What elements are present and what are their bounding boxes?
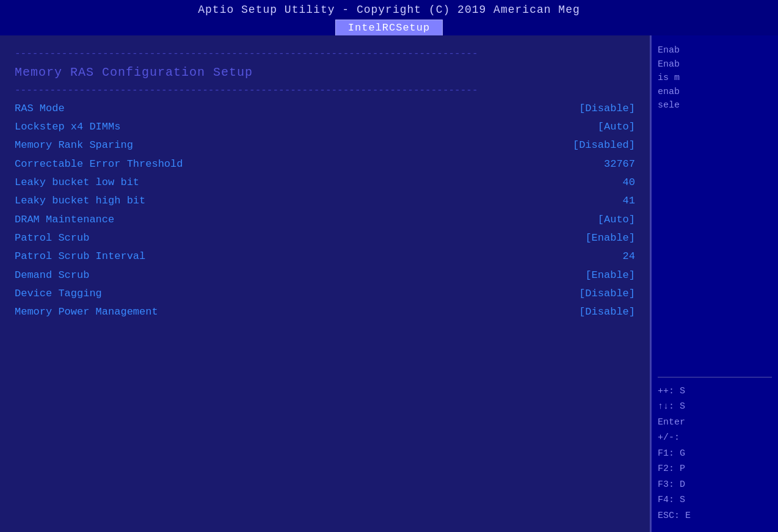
setting-value: [Auto] xyxy=(598,119,635,135)
setting-name: Demand Scrub xyxy=(15,268,247,283)
sidebar-help: EnabEnabis menabsele xyxy=(658,44,772,368)
setting-value: [Enable] xyxy=(585,230,635,246)
table-row[interactable]: Patrol Scrub Interval24 xyxy=(15,247,635,266)
sidebar-help-line: is m xyxy=(658,71,772,86)
setting-name: Patrol Scrub Interval xyxy=(15,249,247,264)
sidebar-key-line: F1: G xyxy=(658,446,772,462)
sidebar-help-line: Enab xyxy=(658,58,772,72)
setting-name: Leaky bucket low bit xyxy=(15,175,247,191)
main-layout: ----------------------------------------… xyxy=(0,35,778,532)
content-area: ----------------------------------------… xyxy=(0,35,650,532)
setting-name: Patrol Scrub xyxy=(15,230,247,246)
sidebar-divider xyxy=(658,377,772,377)
setting-value: [Disable] xyxy=(579,304,635,320)
setting-name: Lockstep x4 DIMMs xyxy=(15,119,247,135)
setting-value: [Auto] xyxy=(598,212,635,228)
table-row[interactable]: RAS Mode[Disable] xyxy=(15,100,635,118)
sidebar-key-line: ++: S xyxy=(658,384,772,399)
sidebar-key-line: Enter xyxy=(658,415,772,431)
sidebar-help-line: enab xyxy=(658,86,772,100)
table-row[interactable]: DRAM Maintenance[Auto] xyxy=(15,211,635,229)
table-row[interactable]: Memory Power Management[Disable] xyxy=(15,303,635,321)
setting-value: [Enable] xyxy=(585,268,635,283)
sidebar-keys: ++: S↑↓: SEnter+/-:F1: GF2: PF3: DF4: SE… xyxy=(658,384,772,524)
table-row[interactable]: Patrol Scrub[Enable] xyxy=(15,229,635,247)
sidebar-key-line: +/-: xyxy=(658,430,772,446)
setting-name: Correctable Error Threshold xyxy=(15,156,247,172)
sidebar: EnabEnabis menabsele ++: S↑↓: SEnter+/-:… xyxy=(650,35,778,532)
setting-name: DRAM Maintenance xyxy=(15,212,247,228)
sidebar-key-line: F4: S xyxy=(658,492,772,508)
setting-name: Memory Power Management xyxy=(15,304,247,320)
table-row[interactable]: Leaky bucket low bit40 xyxy=(15,173,635,192)
setting-value: 40 xyxy=(623,175,635,191)
header-tab: IntelRCSetup xyxy=(335,20,443,35)
table-row[interactable]: Lockstep x4 DIMMs[Auto] xyxy=(15,118,635,136)
setting-value: 32767 xyxy=(604,156,635,172)
setting-value: 41 xyxy=(623,193,635,209)
sidebar-help-line: sele xyxy=(658,99,772,113)
setting-value: [Disable] xyxy=(579,286,635,302)
setting-value: 24 xyxy=(623,249,635,264)
sidebar-key-line: ESC: E xyxy=(658,508,772,524)
setting-value: [Disable] xyxy=(579,101,635,117)
sidebar-key-line: F3: D xyxy=(658,477,772,493)
table-row[interactable]: Device Tagging[Disable] xyxy=(15,285,635,303)
table-row[interactable]: Demand Scrub[Enable] xyxy=(15,266,635,285)
divider-bottom: ----------------------------------------… xyxy=(15,83,635,98)
section-title: Memory RAS Configuration Setup xyxy=(15,63,635,82)
setting-name: RAS Mode xyxy=(15,101,247,117)
table-row[interactable]: Correctable Error Threshold32767 xyxy=(15,155,635,173)
table-row[interactable]: Memory Rank Sparing[Disabled] xyxy=(15,136,635,155)
setting-value: [Disabled] xyxy=(573,137,635,153)
header-bar: Aptio Setup Utility - Copyright (C) 2019… xyxy=(0,0,778,35)
table-row[interactable]: Leaky bucket high bit41 xyxy=(15,192,635,210)
header-title: Aptio Setup Utility - Copyright (C) 2019… xyxy=(0,4,778,16)
sidebar-help-line: Enab xyxy=(658,44,772,58)
setting-name: Device Tagging xyxy=(15,286,247,302)
divider-top: ----------------------------------------… xyxy=(15,46,635,62)
sidebar-key-line: F2: P xyxy=(658,461,772,477)
setting-name: Leaky bucket high bit xyxy=(15,193,247,209)
setting-name: Memory Rank Sparing xyxy=(15,137,247,153)
sidebar-key-line: ↑↓: S xyxy=(658,399,772,415)
settings-list: RAS Mode[Disable]Lockstep x4 DIMMs[Auto]… xyxy=(15,100,635,322)
